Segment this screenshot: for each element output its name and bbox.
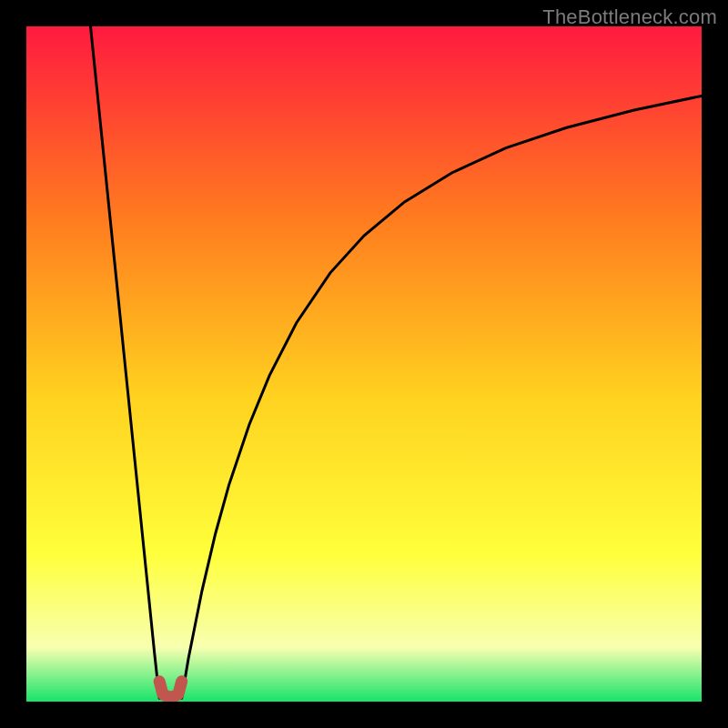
outer-frame: TheBottleneck.com xyxy=(0,0,728,728)
plot-svg xyxy=(26,26,702,702)
plot-area xyxy=(26,26,702,702)
gradient-background xyxy=(26,26,702,702)
watermark-text: TheBottleneck.com xyxy=(542,5,717,29)
